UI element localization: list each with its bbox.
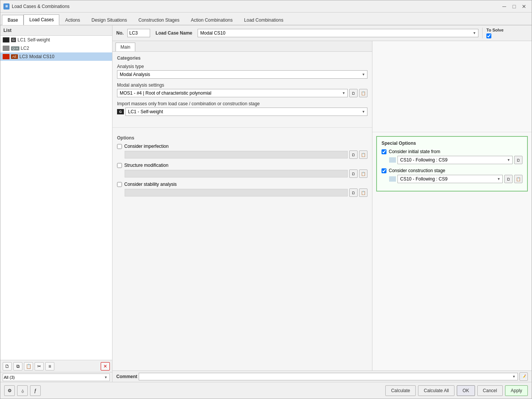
new-button[interactable]: 🗋 (3, 362, 12, 370)
initial-state-select-row: CS10 - Following : CS9 🗋 (389, 156, 522, 164)
tab-actions[interactable]: Actions (59, 15, 86, 25)
import-masses-select[interactable]: LC1 - Self-weight (125, 108, 367, 116)
no-name-row: No. Load Case Name Modal CS10 Self-weigh… (112, 25, 532, 41)
list-item[interactable]: QI A LC2 (0, 44, 112, 52)
to-solve-label: To Solve (486, 28, 504, 32)
close-button[interactable]: ✕ (519, 3, 529, 10)
tab-action-combinations[interactable]: Action Combinations (185, 15, 238, 25)
load-case-name-select[interactable]: Modal CS10 Self-weight LC2 (198, 29, 478, 37)
inner-tabs: Main (112, 41, 372, 52)
settings-button[interactable]: ⚙ (4, 385, 15, 396)
initial-state-row: Consider initial state from CS10 - Follo… (382, 149, 522, 164)
tab-load-combinations[interactable]: Load Combinations (238, 15, 289, 25)
filter-select[interactable]: All (3) Active Inactive (3, 374, 110, 381)
comment-bar: Comment 📝 (112, 370, 532, 382)
stability-checkbox[interactable] (117, 182, 122, 187)
list-header: List (0, 25, 112, 36)
load-case-name-label: Load Case Name (155, 30, 192, 36)
main-panel: List G LC1 Self-weight QI A LC2 (0, 25, 532, 382)
stability-input (125, 189, 348, 196)
initial-state-checkbox[interactable] (382, 149, 386, 154)
imperfection-check-row: Consider imperfection (117, 144, 367, 149)
import-masses-color: G (117, 109, 124, 114)
construction-stage-edit-btn[interactable]: 📋 (514, 175, 522, 183)
apply-button[interactable]: Apply (505, 385, 528, 396)
maximize-button[interactable]: □ (510, 3, 519, 10)
analysis-type-select[interactable]: Modal Analysis Static Dynamic (117, 70, 367, 79)
comment-edit-btn[interactable]: 📝 (519, 372, 528, 381)
calculate-button[interactable]: Calculate (385, 385, 416, 396)
lc1-tag: G (11, 38, 16, 42)
minimize-button[interactable]: ─ (500, 3, 509, 10)
stability-input-row: 🗋 📋 (125, 188, 367, 197)
construction-stage-new-btn[interactable]: 🗋 (504, 175, 513, 183)
tab-base[interactable]: Base (2, 15, 24, 25)
app-icon: ⊞ (3, 3, 10, 10)
stability-label: Consider stability analysis (124, 182, 177, 187)
lc2-color (3, 46, 10, 51)
window-title: Load Cases & Combinations (12, 4, 497, 9)
construction-stage-label: Consider construction stage (389, 168, 445, 173)
to-solve-area: To Solve (482, 28, 528, 38)
delete-button[interactable]: ✕ (101, 362, 110, 370)
imperfection-checkbox[interactable] (117, 144, 122, 149)
content-split: Main Categories Analysis type Modal Anal… (112, 41, 532, 370)
calculate-all-button[interactable]: Calculate All (418, 385, 454, 396)
comment-select[interactable] (139, 373, 518, 380)
to-solve-checkbox[interactable] (486, 33, 491, 38)
modal-settings-select[interactable]: MOS1 - #4 | Root of characteristic polyn… (117, 89, 348, 97)
more-button[interactable]: ≡ (45, 362, 54, 370)
construction-stage-select[interactable]: CS10 - Following : CS9 (397, 175, 503, 183)
imperfection-edit-btn[interactable]: 📋 (359, 150, 367, 159)
imperfection-input-row: 🗋 📋 (125, 150, 367, 159)
construction-stage-checkbox[interactable] (382, 168, 386, 173)
info-button[interactable]: ⍙ (17, 385, 28, 396)
lc3-number: LC3 (19, 54, 28, 59)
options-section: Options Consider imperfection 🗋 📋 (112, 131, 372, 204)
modal-settings-edit-btn[interactable]: 📋 (359, 89, 367, 97)
structure-mod-checkbox[interactable] (117, 163, 122, 168)
main-content: Main Categories Analysis type Modal Anal… (112, 41, 372, 370)
construction-stage-select-row: CS10 - Following : CS9 🗋 📋 (389, 175, 522, 183)
stability-edit-btn[interactable]: 📋 (359, 188, 367, 197)
structure-mod-edit-btn[interactable]: 📋 (359, 169, 367, 178)
structure-mod-new-btn[interactable]: 🗋 (349, 169, 358, 178)
tab-construction-stages[interactable]: Construction Stages (133, 15, 185, 25)
categories-section: Categories Analysis type Modal Analysis … (112, 52, 372, 124)
initial-state-new-btn[interactable]: 🗋 (514, 156, 522, 164)
lc3-tag: AE (11, 54, 18, 59)
tab-design-situations[interactable]: Design Situations (86, 15, 133, 25)
main-window: ⊞ Load Cases & Combinations ─ □ ✕ Base L… (0, 0, 532, 399)
import-masses-row: Import masses only from load case / comb… (117, 101, 367, 116)
paste-button[interactable]: 📋 (24, 362, 33, 370)
stability-new-btn[interactable]: 🗋 (349, 188, 358, 197)
imperfection-new-btn[interactable]: 🗋 (349, 150, 358, 159)
initial-state-select[interactable]: CS10 - Following : CS9 (397, 156, 513, 164)
import-masses-label: Import masses only from load case / comb… (117, 101, 367, 106)
bottom-bar: ⚙ ⍙ ƒ Calculate Calculate All OK Cancel … (0, 382, 532, 399)
structure-mod-input-row: 🗋 📋 (125, 169, 367, 178)
ok-button[interactable]: OK (457, 385, 475, 396)
right-panel: No. Load Case Name Modal CS10 Self-weigh… (112, 25, 532, 382)
stability-option: Consider stability analysis 🗋 📋 (117, 182, 367, 197)
modal-settings-label: Modal analysis settings (117, 82, 367, 88)
tab-main[interactable]: Main (116, 43, 135, 51)
no-input[interactable] (127, 29, 150, 37)
construction-stage-check-row: Consider construction stage (382, 168, 522, 173)
formula-button[interactable]: ƒ (30, 385, 41, 396)
lc2-number: LC2 (21, 46, 29, 51)
modal-settings-new-btn[interactable]: 🗋 (349, 89, 358, 97)
copy-button[interactable]: ⧉ (13, 362, 22, 370)
list-item[interactable]: AE LC3 Modal CS10 (0, 52, 112, 61)
analysis-type-row: Analysis type Modal Analysis Static Dyna… (117, 64, 367, 79)
tab-load-cases[interactable]: Load Cases (24, 14, 59, 25)
cut-button[interactable]: ✂ (35, 362, 44, 370)
list-item[interactable]: G LC1 Self-weight (0, 36, 112, 44)
analysis-type-label: Analysis type (117, 64, 367, 69)
cancel-button[interactable]: Cancel (477, 385, 503, 396)
initial-state-check-row: Consider initial state from (382, 149, 522, 154)
left-filter: All (3) Active Inactive (0, 372, 112, 382)
imperfection-label: Consider imperfection (124, 144, 169, 149)
lc1-name: Self-weight (27, 37, 50, 43)
imperfection-input (125, 151, 348, 158)
